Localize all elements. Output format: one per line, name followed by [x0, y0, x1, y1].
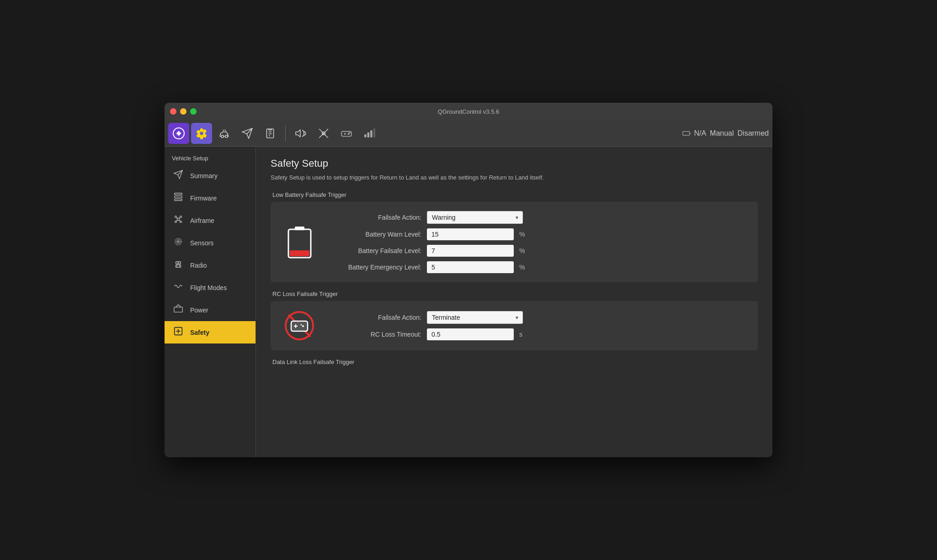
- analyze-icon[interactable]: [260, 123, 281, 144]
- controller-icon[interactable]: [336, 123, 357, 144]
- main-window: QGroundControl v3.5.6: [165, 103, 772, 457]
- svg-line-32: [179, 217, 180, 218]
- window-title: QGroundControl v3.5.6: [438, 108, 499, 115]
- svg-point-35: [177, 241, 179, 243]
- summary-icon: [172, 169, 185, 182]
- battery-emergency-level-label: Battery Emergency Level:: [330, 264, 421, 271]
- settings-icon[interactable]: [191, 123, 212, 144]
- rc-loss-timeout-unit: s: [519, 331, 527, 338]
- battery-failsafe-level-label: Battery Failsafe Level:: [330, 247, 421, 254]
- sensors-icon: [172, 237, 185, 249]
- sidebar-item-firmware[interactable]: Firmware: [165, 187, 256, 209]
- svg-point-29: [180, 221, 182, 223]
- rc-icon-container: [283, 310, 315, 341]
- sidebar-item-airframe[interactable]: Airframe: [165, 209, 256, 232]
- qgc-logo-icon[interactable]: [168, 123, 189, 144]
- low-battery-card: Failsafe Action: Warning Return to Land …: [271, 202, 758, 282]
- page-title: Safety Setup: [271, 158, 758, 169]
- rc-failsafe-action-row: Failsafe Action: Terminate Return to Lan…: [330, 311, 745, 324]
- rc-loss-section-title: RC Loss Failsafe Trigger: [271, 291, 758, 297]
- failsafe-action-select-wrapper: Warning Return to Land Land Terminate: [427, 211, 523, 224]
- sidebar-item-radio[interactable]: Radio: [165, 254, 256, 276]
- rc-loss-card: Failsafe Action: Terminate Return to Lan…: [271, 301, 758, 350]
- battery-low-icon: [285, 225, 314, 259]
- data-link-section-title: Data Link Loss Failsafe Trigger: [271, 359, 758, 365]
- svg-rect-43: [174, 307, 182, 312]
- svg-rect-21: [683, 131, 690, 135]
- svg-rect-18: [367, 132, 369, 137]
- minimize-button[interactable]: [180, 108, 186, 115]
- vehicle-setup-icon[interactable]: [214, 123, 235, 144]
- battery-warn-level-label: Battery Warn Level:: [330, 231, 421, 238]
- power-icon: [172, 304, 185, 316]
- close-button[interactable]: [170, 108, 176, 115]
- battery-failsafe-level-input[interactable]: [427, 245, 514, 257]
- maximize-button[interactable]: [190, 108, 197, 115]
- sidebar-item-flight-modes[interactable]: Flight Modes: [165, 276, 256, 299]
- svg-point-55: [302, 325, 304, 327]
- mode-label: Manual: [710, 129, 734, 137]
- svg-rect-25: [175, 199, 182, 201]
- svg-rect-52: [291, 321, 308, 331]
- failsafe-action-select[interactable]: Warning Return to Land Land Terminate: [427, 211, 523, 224]
- sidebar-label-radio: Radio: [190, 262, 207, 269]
- svg-point-27: [180, 216, 182, 218]
- safety-icon: [172, 326, 185, 338]
- svg-point-36: [176, 239, 180, 243]
- page-description: Safety Setup is used to setup triggers f…: [271, 173, 758, 182]
- sidebar-label-flight-modes: Flight Modes: [190, 284, 227, 291]
- low-battery-section-title: Low Battery Failsafe Trigger: [271, 191, 758, 198]
- sidebar-label-summary: Summary: [190, 172, 218, 180]
- data-link-spacer: [271, 369, 758, 373]
- sidebar-item-safety[interactable]: Safety: [165, 321, 256, 343]
- airframe-icon: [172, 214, 185, 227]
- sidebar-label-sensors: Sensors: [190, 239, 213, 247]
- sidebar-item-sensors[interactable]: Sensors: [165, 232, 256, 254]
- sidebar-item-summary[interactable]: Summary: [165, 164, 256, 187]
- svg-point-2: [221, 135, 224, 137]
- svg-point-38: [176, 262, 179, 264]
- sidebar-label-safety: Safety: [190, 329, 209, 336]
- battery-failsafe-level-row: Battery Failsafe Level: %: [330, 245, 745, 257]
- sidebar-section-title: Vehicle Setup: [165, 150, 256, 164]
- signal-icon[interactable]: [359, 123, 380, 144]
- rc-loss-timeout-input[interactable]: [427, 328, 514, 340]
- arm-label: Disarmed: [738, 129, 769, 137]
- sidebar: Vehicle Setup Summary: [165, 147, 256, 457]
- rc-loss-icon: [284, 310, 315, 341]
- svg-rect-23: [175, 193, 182, 195]
- rc-failsafe-action-label: Failsafe Action:: [330, 314, 421, 321]
- rc-failsafe-action-select[interactable]: Terminate Return to Land Land Warning: [427, 311, 523, 324]
- svg-line-33: [176, 220, 177, 221]
- titlebar: QGroundControl v3.5.6: [165, 103, 772, 120]
- rc-loss-fields: Failsafe Action: Terminate Return to Lan…: [330, 311, 745, 340]
- svg-marker-8: [296, 130, 300, 137]
- sidebar-label-power: Power: [190, 306, 208, 314]
- battery-warn-level-input[interactable]: [427, 228, 514, 240]
- svg-point-16: [349, 132, 350, 133]
- svg-rect-20: [373, 128, 375, 137]
- svg-point-56: [301, 324, 302, 325]
- toolbar-separator-1: [285, 125, 286, 142]
- radio-icon: [172, 259, 185, 271]
- tools-icon[interactable]: [313, 123, 334, 144]
- battery-emergency-level-unit: %: [519, 264, 527, 271]
- content-area: Safety Setup Safety Setup is used to set…: [256, 147, 772, 457]
- battery-status: N/A: [682, 129, 706, 138]
- rc-loss-timeout-label: RC Loss Timeout:: [330, 331, 421, 338]
- battery-emergency-level-input[interactable]: [427, 261, 514, 273]
- battery-emergency-level-row: Battery Emergency Level: %: [330, 261, 745, 273]
- battery-warn-level-unit: %: [519, 231, 527, 238]
- main-layout: Vehicle Setup Summary: [165, 147, 772, 457]
- failsafe-action-row: Failsafe Action: Warning Return to Land …: [330, 211, 745, 224]
- svg-line-31: [176, 217, 177, 218]
- sidebar-item-power[interactable]: Power: [165, 299, 256, 321]
- megaphone-icon[interactable]: [290, 123, 311, 144]
- toolbar: N/A Manual Disarmed: [165, 120, 772, 147]
- svg-rect-12: [341, 131, 351, 136]
- svg-rect-19: [370, 130, 372, 137]
- low-battery-fields: Failsafe Action: Warning Return to Land …: [330, 211, 745, 273]
- battery-failsafe-level-unit: %: [519, 247, 527, 254]
- plan-icon[interactable]: [237, 123, 258, 144]
- firmware-icon: [172, 192, 185, 204]
